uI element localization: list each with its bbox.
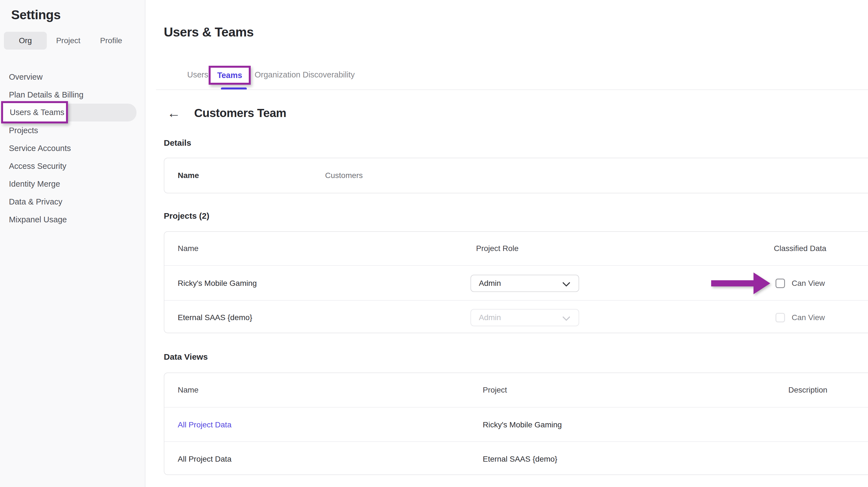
col-header-name: Name	[178, 244, 198, 253]
sidebar-item-mixpanel-usage[interactable]: Mixpanel Usage	[0, 211, 146, 229]
table-row-dataview-ricky: All Project Data Ricky's Mobile Gaming	[164, 407, 868, 442]
tab-organization-discoverability[interactable]: Organization Discoverability	[255, 70, 354, 80]
can-view-label: Can View	[792, 279, 825, 288]
page-title: Users & Teams	[164, 25, 254, 39]
annotation-box-users-teams: Users & Teams	[1, 101, 68, 123]
scope-tab-org[interactable]: Org	[4, 32, 47, 50]
project-role-dropdown-disabled: Admin	[470, 309, 579, 326]
projects-heading: Projects (2)	[164, 211, 209, 221]
data-views-header-row: Name Project Description	[164, 373, 868, 407]
projects-header-row: Name Project Role Classified Data	[164, 232, 868, 265]
data-view-project: Ricky's Mobile Gaming	[483, 420, 562, 429]
classified-data-checkbox[interactable]	[776, 313, 785, 322]
scope-tab-project[interactable]: Project	[47, 32, 90, 50]
can-view-label: Can View	[792, 313, 825, 322]
project-name: Ricky's Mobile Gaming	[178, 279, 257, 288]
col-header-description: Description	[788, 386, 827, 395]
data-views-heading: Data Views	[164, 352, 208, 362]
sidebar-item-service-accounts[interactable]: Service Accounts	[0, 139, 146, 157]
project-role-value: Admin	[479, 279, 501, 288]
table-row-project-eternal: Eternal SAAS {demo} Admin Can View	[164, 300, 868, 334]
scope-tab-profile[interactable]: Profile	[90, 32, 133, 50]
sidebar-nav: Overview Plan Details & Billing Users & …	[0, 68, 146, 229]
col-header-name: Name	[178, 386, 198, 395]
project-role-dropdown[interactable]: Admin	[470, 275, 579, 292]
sidebar-item-data-privacy[interactable]: Data & Privacy	[0, 193, 146, 211]
annotation-arrow	[711, 268, 770, 298]
chevron-down-icon	[562, 313, 570, 321]
data-view-link[interactable]: All Project Data	[178, 420, 231, 429]
annotation-box-teams-tab: Teams	[209, 66, 251, 85]
sidebar-title: Settings	[11, 7, 60, 22]
classified-data-checkbox[interactable]	[776, 279, 785, 288]
col-header-classified-data: Classified Data	[774, 244, 826, 253]
settings-scope-switcher: Org Project Profile	[4, 32, 133, 50]
sidebar-item-identity-merge[interactable]: Identity Merge	[0, 175, 146, 193]
tabs-divider	[156, 89, 868, 90]
data-views-table: Name Project Description All Project Dat…	[164, 372, 868, 475]
sidebar-item-label: Users & Teams	[10, 108, 64, 117]
projects-table: Name Project Role Classified Data Ricky'…	[164, 231, 868, 333]
details-card: Name Customers	[164, 158, 868, 193]
team-title: Customers Team	[194, 106, 286, 120]
data-view-name[interactable]: All Project Data	[178, 455, 231, 464]
back-arrow-icon[interactable]: ←	[167, 106, 181, 120]
details-heading: Details	[164, 138, 191, 148]
tab-teams[interactable]: Teams	[217, 71, 242, 80]
sidebar-item-projects[interactable]: Projects	[0, 121, 146, 139]
project-name: Eternal SAAS {demo}	[178, 313, 252, 322]
settings-screen: Settings Org Project Profile Overview Pl…	[0, 0, 868, 487]
details-name-value: Customers	[325, 171, 363, 180]
chevron-down-icon	[562, 279, 570, 286]
data-view-project: Eternal SAAS {demo}	[483, 455, 557, 464]
tab-users[interactable]: Users	[187, 70, 208, 80]
sidebar-item-overview[interactable]: Overview	[0, 68, 146, 86]
col-header-project: Project	[483, 386, 507, 395]
col-header-project-role: Project Role	[476, 244, 519, 253]
table-row-project-ricky: Ricky's Mobile Gaming Admin Can View	[164, 265, 868, 301]
sidebar-item-users-teams[interactable]: Users & Teams	[5, 104, 136, 121]
table-row-dataview-eternal: All Project Data Eternal SAAS {demo}	[164, 441, 868, 476]
sidebar-item-access-security[interactable]: Access Security	[0, 157, 146, 175]
settings-sidebar: Settings Org Project Profile Overview Pl…	[0, 0, 146, 487]
project-role-value: Admin	[479, 313, 501, 322]
details-name-label: Name	[178, 171, 199, 180]
